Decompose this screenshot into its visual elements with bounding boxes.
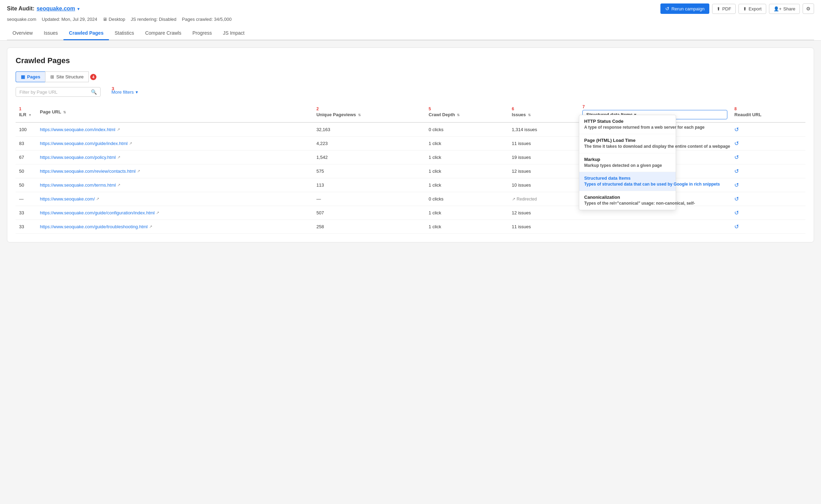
cell-reaudit: ↺ [731,122,805,137]
cell-issues: ↗ Redirected [508,192,579,206]
cell-pageviews: 507 [313,206,425,220]
external-link-icon: ↗ [117,183,120,187]
tab-overview[interactable]: Overview [7,27,38,40]
tab-issues[interactable]: Issues [38,27,63,40]
cell-reaudit: ↺ [731,151,805,164]
cell-pageviews: 113 [313,178,425,192]
cell-ilr: 33 [16,220,36,234]
pageviews-sort-icon[interactable]: ⇅ [358,113,361,117]
cell-url: https://www.seoquake.com/guide/configura… [36,206,313,220]
ilr-sort-icon[interactable]: ▼ [28,113,32,117]
meta-row: seoquake.com Updated: Mon, Jul 29, 2024 … [7,17,814,25]
cell-url: https://www.seoquake.com/terms.html ↗ [36,178,313,192]
page-url-link[interactable]: https://www.seoquake.com/review/contacts… [40,169,309,174]
table-row: 33 https://www.seoquake.com/guide/troubl… [16,220,805,234]
cell-pageviews: 32,163 [313,122,425,137]
top-actions: ↺ Rerun campaign ⬆ PDF ⬆ Export 👤+ Share… [660,3,814,14]
reaudit-button[interactable]: ↺ [734,182,739,188]
cell-depth: 1 click [425,137,508,151]
table-row: 33 https://www.seoquake.com/guide/config… [16,206,805,220]
col-page-url: Page URL ⇅ [36,102,313,122]
domain-link[interactable]: seoquake.com [36,6,75,12]
pages-view-button[interactable]: ▦ Pages [16,71,45,82]
dropdown-item-markup[interactable]: Markup Markup types detected on a given … [579,153,676,172]
export-button[interactable]: ⬆ Export [738,4,766,14]
meta-pages: Pages crawled: 34/5,000 [182,17,232,22]
gear-icon: ⚙ [806,6,811,11]
cell-url: https://www.seoquake.com/policy.html ↗ [36,151,313,164]
tab-progress[interactable]: Progress [187,27,217,40]
more-filters-label: More filters [111,89,134,95]
share-label: Share [783,6,795,11]
external-link-icon: ↗ [137,169,140,173]
export-icon: ⬆ [743,6,747,11]
table-row: 67 https://www.seoquake.com/policy.html … [16,151,805,164]
search-box[interactable]: 🔍 [16,87,101,97]
col-reaudit: 8 Reaudit URL [731,102,805,122]
external-link-icon: ↗ [129,141,132,146]
tab-statistics[interactable]: Statistics [109,27,139,40]
site-audit-row: Site Audit: seoquake.com ▾ ↺ Rerun campa… [7,3,814,17]
tab-compare-crawls[interactable]: Compare Crawls [139,27,187,40]
reaudit-button[interactable]: ↺ [734,140,739,147]
reaudit-button[interactable]: ↺ [734,223,739,230]
page-url-link[interactable]: https://www.seoquake.com/ ↗ [40,196,309,202]
domain-dropdown-arrow[interactable]: ▾ [77,6,80,11]
tab-js-impact[interactable]: JS Impact [217,27,250,40]
share-icon: 👤+ [773,6,782,11]
crawled-pages-card: Crawled Pages ▦ Pages ⊞ Site Structure 4… [7,48,814,242]
redirect-arrow-icon: ↗ [512,197,515,202]
search-input[interactable] [19,89,89,95]
page-url-link[interactable]: https://www.seoquake.com/guide/configura… [40,210,309,215]
settings-button[interactable]: ⚙ [803,3,814,14]
tab-crawled-pages[interactable]: Crawled Pages [63,27,109,40]
cell-issues: 1,314 issues [508,122,579,137]
dropdown-item-canonicalization[interactable]: Canonicalization Types of the rel="canon… [579,191,676,210]
page-url-link[interactable]: https://www.seoquake.com/index.html ↗ [40,127,309,132]
site-audit-info: Site Audit: seoquake.com ▾ [7,6,80,12]
page-url-link[interactable]: https://www.seoquake.com/guide/index.htm… [40,141,309,146]
page-url-link[interactable]: https://www.seoquake.com/terms.html ↗ [40,182,309,188]
dropdown-item-http-status[interactable]: HTTP Status Code A type of response retu… [579,115,676,134]
site-structure-button[interactable]: ⊞ Site Structure [45,71,89,82]
view-toggle: ▦ Pages ⊞ Site Structure 4 [16,71,805,82]
external-link-icon: ↗ [156,211,159,215]
reaudit-button[interactable]: ↺ [734,126,739,133]
site-structure-label: Site Structure [56,74,84,79]
more-filters-button[interactable]: More filters ▾ [111,89,138,95]
cell-depth: 1 click [425,178,508,192]
pages-icon: ▦ [21,74,25,79]
table-row: 50 https://www.seoquake.com/review/conta… [16,164,805,178]
cell-issues: 10 issues [508,178,579,192]
cell-structured [579,220,731,234]
meta-device: 🖥 Desktop [103,17,125,22]
rerun-button[interactable]: ↺ Rerun campaign [660,3,709,14]
cell-reaudit: ↺ [731,137,805,151]
reaudit-button[interactable]: ↺ [734,196,739,202]
crawl-depth-sort-icon[interactable]: ⇅ [457,113,460,117]
cell-issues: 12 issues [508,206,579,220]
issues-sort-icon[interactable]: ⇅ [528,113,531,117]
reaudit-button[interactable]: ↺ [734,210,739,216]
cell-reaudit: ↺ [731,192,805,206]
reaudit-button[interactable]: ↺ [734,168,739,174]
page-url-link[interactable]: https://www.seoquake.com/guide/troublesh… [40,224,309,229]
share-button[interactable]: 👤+ Share [769,4,800,14]
cell-reaudit: ↺ [731,178,805,192]
external-link-icon: ↗ [96,197,99,201]
url-sort-icon[interactable]: ⇅ [63,110,66,114]
col-issues: 6 Issues ⇅ [508,102,579,122]
pdf-button[interactable]: ⬆ PDF [712,4,736,14]
cell-url: https://www.seoquake.com/index.html ↗ [36,122,313,137]
cell-ilr: 33 [16,206,36,220]
page-url-link[interactable]: https://www.seoquake.com/policy.html ↗ [40,155,309,160]
cell-depth: 1 click [425,151,508,164]
cell-reaudit: ↺ [731,164,805,178]
cell-pageviews: 4,223 [313,137,425,151]
table-body: 100 https://www.seoquake.com/index.html … [16,122,805,234]
cell-pageviews: 575 [313,164,425,178]
dropdown-item-html-load-time[interactable]: Page (HTML) Load Time The time it takes … [579,134,676,153]
reaudit-button[interactable]: ↺ [734,154,739,161]
monitor-icon: 🖥 [103,17,107,22]
dropdown-item-structured-data[interactable]: Structured data Items Types of structure… [579,172,676,191]
